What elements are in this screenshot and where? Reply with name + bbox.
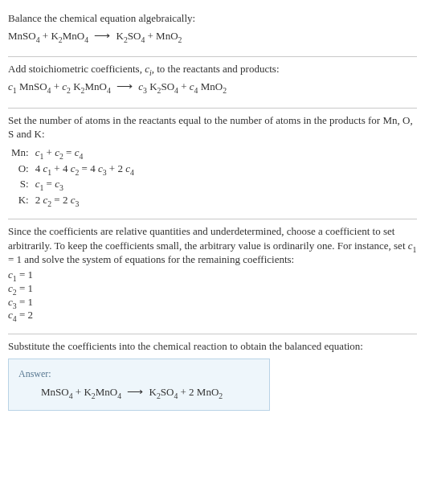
title-line: Balance the chemical equation algebraica… bbox=[8, 11, 417, 26]
section-add-coefficients: Add stoichiometric coefficients, ci, to … bbox=[8, 57, 417, 104]
table-row: S:c1 = c3 bbox=[8, 176, 137, 192]
coeff-equation: c1 MnSO4 + c2 K2MnO4 ⟶ c3 K2SO4 + c4 MnO… bbox=[8, 80, 417, 95]
element-equation: 2 c2 = 2 c3 bbox=[32, 192, 137, 208]
coeff-instruction: Add stoichiometric coefficients, ci, to … bbox=[8, 62, 417, 76]
answer-instruction: Substitute the coefficients into the che… bbox=[8, 339, 417, 354]
coefficient-value: c3 = 1 bbox=[8, 296, 417, 309]
element-label: Mn: bbox=[8, 145, 32, 161]
arrow-icon: ⟶ bbox=[124, 385, 146, 400]
coeff-2: 2 bbox=[189, 386, 197, 398]
species-k2so4: K2SO4 bbox=[149, 386, 178, 398]
species-k2mno4: K2MnO4 bbox=[84, 386, 121, 398]
coefficient-value: c2 = 1 bbox=[8, 282, 417, 296]
table-row: K:2 c2 = 2 c3 bbox=[8, 192, 137, 208]
species-k2so4: K2SO4 bbox=[116, 30, 145, 42]
element-label: K: bbox=[8, 192, 32, 208]
element-equation: c1 = c3 bbox=[32, 176, 137, 192]
table-row: Mn:c1 + c2 = c4 bbox=[8, 145, 137, 161]
atom-eq-instruction: Set the number of atoms in the reactants… bbox=[8, 113, 417, 141]
element-label: S: bbox=[8, 176, 32, 192]
solve-instruction: Since the coefficients are relative quan… bbox=[8, 224, 417, 267]
species-mno2: MnO2 bbox=[197, 386, 223, 398]
element-equation: c1 + c2 = c4 bbox=[32, 145, 137, 161]
element-equation: 4 c1 + 4 c2 = 4 c3 + 2 c4 bbox=[32, 161, 137, 177]
species-mnso4: MnSO4 bbox=[41, 386, 73, 398]
answer-label: Answer: bbox=[18, 367, 259, 380]
element-label: O: bbox=[8, 161, 32, 177]
coefficient-values: c1 = 1c2 = 1c3 = 1c4 = 2 bbox=[8, 268, 417, 323]
arrow-icon: ⟶ bbox=[91, 29, 113, 44]
section-answer: Substitute the coefficients into the che… bbox=[8, 334, 417, 414]
arrow-icon: ⟶ bbox=[113, 80, 136, 95]
section-balance-title: Balance the chemical equation algebraica… bbox=[8, 6, 417, 53]
coefficient-value: c4 = 2 bbox=[8, 309, 417, 322]
section-atom-equations: Set the number of atoms in the reactants… bbox=[8, 109, 417, 215]
section-solve: Since the coefficients are relative quan… bbox=[8, 219, 417, 330]
table-row: O:4 c1 + 4 c2 = 4 c3 + 2 c4 bbox=[8, 161, 137, 177]
coefficient-value: c1 = 1 bbox=[8, 268, 417, 282]
atom-equation-table: Mn:c1 + c2 = c4O:4 c1 + 4 c2 = 4 c3 + 2 … bbox=[8, 145, 137, 207]
species-mno2: MnO2 bbox=[156, 30, 182, 42]
plus-sign: + bbox=[43, 30, 51, 42]
balanced-equation: MnSO4 + K2MnO4 ⟶ K2SO4 + 2 MnO2 bbox=[18, 385, 259, 400]
unbalanced-equation: MnSO4 + K2MnO4 ⟶ K2SO4 + MnO2 bbox=[8, 29, 417, 44]
species-k2mno4: K2MnO4 bbox=[51, 30, 88, 42]
species-mnso4: MnSO4 bbox=[8, 30, 40, 42]
plus-sign: + bbox=[148, 30, 157, 42]
answer-box: Answer: MnSO4 + K2MnO4 ⟶ K2SO4 + 2 MnO2 bbox=[8, 359, 270, 411]
